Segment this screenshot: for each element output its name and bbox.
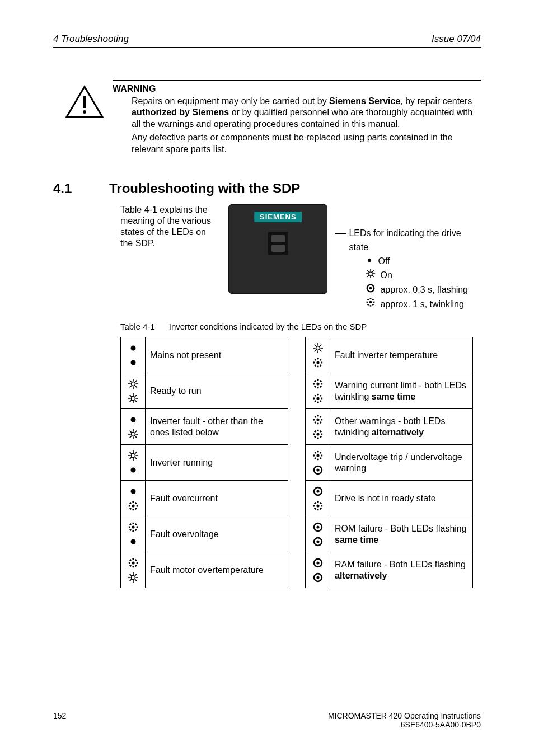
svg-point-85 bbox=[316, 468, 319, 471]
intro-text: Table 4-1 explains the meaning of the va… bbox=[120, 204, 219, 312]
svg-point-83 bbox=[316, 454, 319, 457]
svg-point-88 bbox=[316, 504, 319, 507]
led-tables: Mains not presentReady to runInverter fa… bbox=[120, 337, 481, 588]
svg-line-51 bbox=[129, 452, 131, 453]
table-row: Drive is not in ready state bbox=[306, 481, 473, 516]
legend-heading: LEDs for indicating the drive state bbox=[349, 227, 481, 255]
svg-line-21 bbox=[129, 386, 131, 387]
led-state-icon bbox=[121, 516, 146, 552]
led-state-desc: Fault motor overtemperature bbox=[146, 552, 288, 588]
svg-point-78 bbox=[316, 361, 319, 364]
svg-point-55 bbox=[130, 489, 135, 494]
svg-line-32 bbox=[129, 395, 131, 396]
led-state-desc: Ready to run bbox=[146, 373, 288, 409]
svg-point-2 bbox=[368, 259, 371, 262]
svg-line-68 bbox=[135, 574, 137, 575]
table-row: Fault overcurrent bbox=[121, 481, 288, 516]
svg-point-13 bbox=[369, 287, 372, 289]
footer-line2: 6SE6400-5AA00-0BP0 bbox=[328, 720, 481, 729]
led-state-desc: Mains not present bbox=[146, 337, 288, 373]
led-state-icon bbox=[121, 445, 146, 481]
svg-point-57 bbox=[132, 525, 134, 528]
section-number: 4.1 bbox=[53, 181, 92, 196]
led-state-desc: Drive is not in ready state bbox=[330, 481, 473, 516]
svg-point-36 bbox=[131, 432, 135, 436]
header-left: 4 Troubleshooting bbox=[53, 34, 129, 45]
table-row: Mains not present bbox=[121, 337, 288, 373]
legend-flash: approx. 0,3 s, flashing bbox=[366, 283, 481, 298]
page-header: 4 Troubleshooting Issue 07/04 bbox=[53, 34, 481, 48]
svg-point-79 bbox=[316, 382, 319, 385]
led-state-icon bbox=[306, 337, 330, 373]
svg-line-30 bbox=[129, 400, 131, 402]
svg-line-66 bbox=[129, 574, 131, 575]
svg-line-73 bbox=[314, 350, 316, 351]
svg-line-64 bbox=[129, 579, 131, 581]
svg-line-62 bbox=[135, 579, 137, 581]
led-state-desc: Undervoltage trip / undervoltage warning bbox=[330, 445, 473, 481]
svg-point-94 bbox=[316, 561, 319, 564]
warning-triangle-icon bbox=[64, 84, 105, 155]
table-row: Inverter fault - other than the ones lis… bbox=[121, 409, 288, 445]
svg-point-26 bbox=[131, 396, 135, 400]
page-footer: 152 MICROMASTER 420 Operating Instructio… bbox=[0, 711, 534, 729]
svg-point-1 bbox=[83, 110, 86, 114]
section-title: Troubleshooting with the SDP bbox=[109, 181, 300, 196]
header-right: Issue 07/04 bbox=[432, 34, 481, 45]
led-state-desc: Fault overvoltage bbox=[146, 516, 288, 552]
svg-point-16 bbox=[130, 360, 135, 365]
svg-line-49 bbox=[129, 457, 131, 459]
led-state-desc: Other warnings - both LEDs twinkling alt… bbox=[330, 409, 473, 445]
svg-point-87 bbox=[316, 490, 319, 492]
led-state-icon bbox=[121, 481, 146, 516]
svg-line-28 bbox=[135, 400, 137, 402]
footer-line1: MICROMASTER 420 Operating Instructions bbox=[328, 711, 481, 720]
svg-line-11 bbox=[372, 270, 374, 272]
led-state-icon bbox=[306, 409, 330, 445]
table-row: Warning current limit - both LEDs twinkl… bbox=[306, 373, 473, 409]
svg-line-77 bbox=[320, 344, 321, 346]
svg-line-25 bbox=[135, 380, 137, 382]
led-state-icon bbox=[306, 445, 330, 481]
warning-block: WARNING Repairs on equipment may only be… bbox=[64, 80, 481, 155]
led-state-desc: Inverter running bbox=[146, 445, 288, 481]
legend-off: Off bbox=[366, 255, 481, 269]
table-row: Fault motor overtemperature bbox=[121, 552, 288, 588]
svg-line-9 bbox=[368, 270, 369, 272]
svg-point-69 bbox=[316, 346, 320, 350]
led-table-right: Fault inverter temperatureWarning curren… bbox=[305, 337, 473, 588]
table-row: RAM failure - Both LEDs flashing alterna… bbox=[306, 552, 473, 588]
svg-line-42 bbox=[129, 430, 131, 432]
page-number: 152 bbox=[53, 711, 66, 729]
section-heading: 4.1 Troubleshooting with the SDP bbox=[53, 181, 481, 196]
svg-line-47 bbox=[135, 457, 137, 459]
svg-point-15 bbox=[130, 345, 135, 350]
legend-on: On bbox=[366, 269, 481, 283]
table-row: Fault inverter temperature bbox=[306, 337, 473, 373]
svg-line-44 bbox=[135, 430, 137, 432]
table-row: Ready to run bbox=[121, 373, 288, 409]
led-table-left: Mains not presentReady to runInverter fa… bbox=[120, 337, 288, 588]
svg-point-17 bbox=[131, 382, 135, 386]
svg-line-5 bbox=[372, 275, 374, 277]
svg-point-60 bbox=[131, 575, 135, 579]
svg-point-81 bbox=[316, 418, 319, 421]
led-legend: LEDs for indicating the drive state Off … bbox=[336, 204, 481, 312]
svg-line-19 bbox=[135, 386, 137, 387]
svg-point-14 bbox=[369, 301, 372, 304]
svg-point-82 bbox=[316, 433, 319, 435]
svg-line-71 bbox=[320, 350, 321, 351]
svg-line-23 bbox=[129, 380, 131, 382]
svg-line-40 bbox=[129, 436, 131, 438]
svg-point-54 bbox=[130, 467, 135, 472]
led-state-desc: Inverter fault - other than the ones lis… bbox=[146, 409, 288, 445]
led-state-icon bbox=[306, 516, 330, 552]
svg-line-7 bbox=[368, 275, 369, 277]
svg-point-45 bbox=[131, 453, 135, 457]
svg-line-53 bbox=[135, 452, 137, 453]
led-state-desc: Fault inverter temperature bbox=[330, 337, 473, 373]
svg-line-34 bbox=[135, 395, 137, 396]
svg-line-75 bbox=[314, 344, 316, 346]
sdp-device-illustration: SIEMENS bbox=[228, 204, 327, 294]
led-state-icon bbox=[121, 552, 146, 588]
